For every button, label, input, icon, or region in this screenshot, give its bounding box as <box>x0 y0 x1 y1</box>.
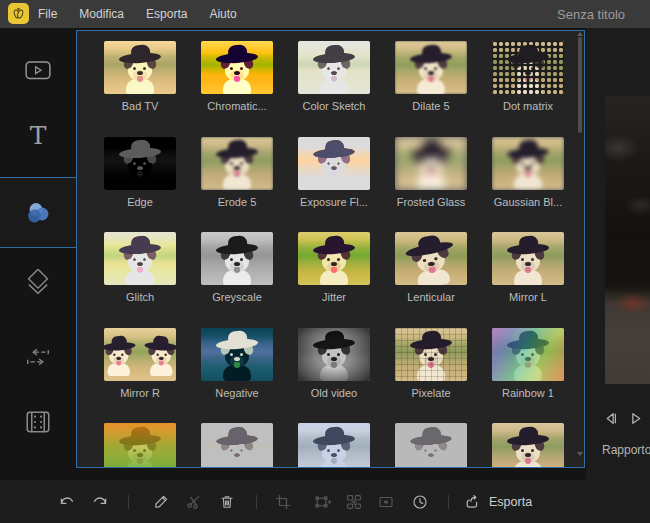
filter-thumbnail[interactable] <box>298 41 370 94</box>
filter-thumbnail[interactable] <box>492 137 564 190</box>
cut-scissors-icon[interactable] <box>181 480 207 523</box>
scrollbar-thumb[interactable] <box>578 37 582 133</box>
filter-thumbnail-image <box>201 137 273 190</box>
duration-clock-icon[interactable] <box>407 480 433 523</box>
filter-card-frosted[interactable]: Frosted Glass <box>395 137 467 208</box>
filter-thumbnail[interactable] <box>298 232 370 285</box>
filter-card-badtv[interactable]: Bad TV <box>104 41 176 112</box>
filter-label: Chromatic... <box>201 100 273 112</box>
filter-thumbnail[interactable] <box>201 41 273 94</box>
filter-thumbnail-image <box>395 328 467 381</box>
play-button[interactable] <box>627 410 644 427</box>
filter-thumbnail[interactable] <box>104 328 176 381</box>
export-icon <box>464 494 480 510</box>
filter-thumbnail-image <box>298 137 370 190</box>
filter-thumbnail[interactable] <box>104 137 176 190</box>
sidebar-item-overlay[interactable] <box>0 255 76 311</box>
filter-label: Rainbow 1 <box>492 387 564 399</box>
filter-card-rainbow1[interactable]: Rainbow 1 <box>492 328 564 399</box>
filter-card-gaussian[interactable]: Gaussian Bl... <box>492 137 564 208</box>
filter-card-erode[interactable]: Erode 5 <box>201 137 273 208</box>
filter-thumbnail[interactable] <box>395 137 467 190</box>
filter-card-negative[interactable]: Negative <box>201 328 273 399</box>
sidebar-item-transition[interactable] <box>0 329 76 385</box>
filter-label: Color Sketch <box>298 100 370 112</box>
filter-card-jitter[interactable]: Jitter <box>298 232 370 303</box>
filter-thumbnail-image <box>104 232 176 285</box>
sidebar-item-text[interactable]: T <box>0 107 76 163</box>
filter-thumbnail-image <box>492 41 564 94</box>
menu-file[interactable]: File <box>38 7 57 21</box>
filter-card-bluetint[interactable] <box>298 423 370 468</box>
filter-card-chromatic[interactable]: Chromatic... <box>201 41 273 112</box>
filter-thumbnail[interactable] <box>395 423 467 468</box>
app-logo-icon[interactable] <box>8 3 29 24</box>
filter-card-mirrorr[interactable]: Mirror R <box>104 328 176 399</box>
filter-thumbnail[interactable] <box>104 423 176 468</box>
filter-card-oldvideo[interactable]: Old video <box>298 328 370 399</box>
delete-trash-icon[interactable] <box>214 480 240 523</box>
previous-frame-button[interactable] <box>602 410 619 427</box>
menu-modifica[interactable]: Modifica <box>79 7 124 21</box>
filter-label: Dilate 5 <box>395 100 467 112</box>
mosaic-icon[interactable] <box>373 480 399 523</box>
filter-card-rainbow2[interactable] <box>104 423 176 468</box>
menu-aiuto[interactable]: Aiuto <box>209 7 236 21</box>
text-icon: T <box>30 123 47 148</box>
sidebar-item-elements[interactable] <box>0 394 76 450</box>
filter-thumbnail[interactable] <box>298 137 370 190</box>
filter-thumbnail[interactable] <box>395 328 467 381</box>
filter-card-whitesketch[interactable] <box>201 423 273 468</box>
filter-thumbnail-image <box>492 232 564 285</box>
export-button[interactable]: Esporta <box>464 480 532 523</box>
menu-esporta[interactable]: Esporta <box>146 7 187 21</box>
filter-thumbnail-image <box>201 423 273 468</box>
filter-thumbnail[interactable] <box>492 423 564 468</box>
transform-icon[interactable] <box>310 480 336 523</box>
filter-card-greyscale[interactable]: Greyscale <box>201 232 273 303</box>
filter-card-glitch[interactable]: Glitch <box>104 232 176 303</box>
split-add-icon[interactable] <box>341 480 367 523</box>
filter-card-exposure[interactable]: Exposure Fl... <box>298 137 370 208</box>
filter-card-plain[interactable] <box>492 423 564 468</box>
filter-card-mirrorl[interactable]: Mirror L <box>492 232 564 303</box>
filter-thumbnail-image <box>201 41 273 94</box>
filter-card-pixelate[interactable]: Pixelate <box>395 328 467 399</box>
filter-thumbnail[interactable] <box>104 232 176 285</box>
filter-card-colorsketch[interactable]: Color Sketch <box>298 41 370 112</box>
redo-icon[interactable] <box>87 480 113 523</box>
sidebar-item-filters[interactable] <box>0 177 76 248</box>
sidebar-item-media[interactable] <box>0 42 76 98</box>
filter-thumbnail[interactable] <box>395 232 467 285</box>
filter-card-dilate[interactable]: Dilate 5 <box>395 41 467 112</box>
filter-label: Greyscale <box>201 291 273 303</box>
filter-thumbnail[interactable] <box>104 41 176 94</box>
filter-thumbnail[interactable] <box>395 41 467 94</box>
filter-card-whitesketch2[interactable] <box>395 423 467 468</box>
filter-card-edge[interactable]: Edge <box>104 137 176 208</box>
filter-thumbnail[interactable] <box>492 232 564 285</box>
filter-thumbnail[interactable] <box>492 328 564 381</box>
filter-thumbnail[interactable] <box>201 423 273 468</box>
filter-label: Frosted Glass <box>395 196 467 208</box>
filter-label: Old video <box>298 387 370 399</box>
filter-thumbnail[interactable] <box>201 328 273 381</box>
filter-thumbnail-image <box>298 328 370 381</box>
edit-pencil-icon[interactable] <box>148 480 174 523</box>
filters-icon <box>24 200 52 226</box>
filter-card-dotmatrix[interactable]: Dot matrix <box>492 41 564 112</box>
filter-thumbnail[interactable] <box>201 137 273 190</box>
scrollbar-up-icon[interactable] <box>577 32 583 36</box>
filter-thumbnail-image <box>395 41 467 94</box>
filter-thumbnail[interactable] <box>298 328 370 381</box>
filter-thumbnail[interactable] <box>492 41 564 94</box>
filter-thumbnail-image <box>395 232 467 285</box>
crop-icon[interactable] <box>270 480 296 523</box>
undo-icon[interactable] <box>53 480 79 523</box>
filter-thumbnail[interactable] <box>201 232 273 285</box>
scrollbar-down-icon[interactable] <box>577 452 583 456</box>
filter-card-lenticular[interactable]: Lenticular <box>395 232 467 303</box>
filter-label: Erode 5 <box>201 196 273 208</box>
filter-thumbnail[interactable] <box>298 423 370 468</box>
filter-label: Mirror R <box>104 387 176 399</box>
